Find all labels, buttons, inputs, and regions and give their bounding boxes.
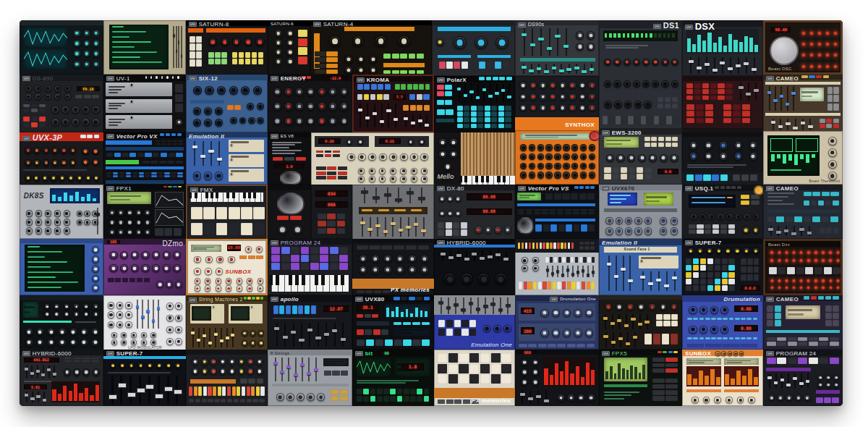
program-24-b-strip bbox=[816, 390, 840, 394]
px-memories-1-knobs bbox=[357, 253, 430, 275]
six-12-strip bbox=[190, 100, 224, 103]
sunbox-knobs bbox=[191, 266, 223, 275]
cameo-dx-label: UVICAMEO bbox=[766, 76, 799, 82]
uvx-3p-label: UVIUVX-3P bbox=[22, 134, 62, 142]
uvx670-strip bbox=[604, 208, 677, 212]
panel-vector-pro-vx: UVIVector Pro VX bbox=[103, 132, 186, 187]
lfo-modulator-label: LFO-MODULATOR bbox=[128, 346, 162, 350]
six-12-knobs bbox=[229, 111, 265, 127]
super-7-pads-pads bbox=[741, 258, 760, 282]
red-histogram-sliders bbox=[519, 390, 550, 404]
hybrid-6000-b-bars bbox=[51, 381, 100, 403]
saturn-8-pads bbox=[208, 52, 228, 65]
sunbox-2-knobs bbox=[715, 350, 744, 356]
vintage-dual-osc-pads bbox=[316, 166, 348, 181]
uvi-logo-icon: UVI bbox=[653, 24, 661, 29]
ds1-lines bbox=[605, 44, 655, 48]
emulation-ii-a-sliders bbox=[191, 141, 224, 166]
uvx80-pads bbox=[393, 297, 431, 301]
panel-px-memories-1: PX memories bbox=[352, 239, 434, 295]
program-24-a-keys bbox=[271, 275, 349, 292]
fpx1-curve bbox=[155, 192, 184, 208]
saturn-8-pads bbox=[190, 35, 203, 67]
8-strings-sliders bbox=[272, 358, 320, 381]
ds1-knobs bbox=[603, 53, 679, 70]
hybrid-6000-b-sliders bbox=[24, 392, 47, 403]
ds-890-knobs bbox=[50, 102, 101, 127]
usq-1-pads bbox=[741, 195, 760, 206]
px-memories-2-pads bbox=[437, 353, 511, 385]
uv-1-rack bbox=[106, 99, 171, 113]
vector-pro-vs-pads bbox=[545, 193, 596, 200]
panel-uvx80: 38.1UVIUVX80 bbox=[352, 295, 434, 350]
kroma-pads bbox=[403, 105, 430, 111]
cameo-3-pads bbox=[825, 305, 840, 327]
red-matrix-pads bbox=[686, 83, 733, 101]
string-machines-2-sliders bbox=[190, 328, 236, 348]
program-24-b-knobs bbox=[816, 373, 840, 388]
vector-pro-vx-pads bbox=[156, 140, 184, 146]
saturn-6-label: SATURN-6 bbox=[271, 22, 294, 26]
drumulation-one-label: UVIDrumulation One bbox=[550, 297, 596, 302]
panel-apollo: 12.87UVIapollo bbox=[268, 295, 352, 350]
beast-dzx-dots bbox=[768, 249, 838, 263]
panel-uvx-3p: UVIUVX-3P bbox=[20, 132, 103, 185]
px-memories-2-label: PX memories bbox=[472, 398, 511, 404]
usq-1-pads bbox=[689, 224, 736, 234]
cameo-2-pads bbox=[803, 200, 840, 206]
vector-pro-vs-knob bbox=[517, 217, 531, 232]
program-24-a-label: UVIPROGRAM 24 bbox=[271, 240, 320, 246]
beast-osc-knob bbox=[770, 36, 795, 62]
fpx5-label: UVIFPX5 bbox=[602, 351, 627, 357]
page: { "page":{"bg":"#ffffff","title":"UVI vi… bbox=[0, 0, 868, 427]
drumulation-pads bbox=[687, 317, 759, 321]
dx-80-seg: 88.88 bbox=[467, 208, 512, 215]
uvx80-strip bbox=[357, 321, 389, 326]
ds-890-knobs bbox=[23, 84, 72, 100]
red-histogram-knobs bbox=[519, 357, 540, 386]
lfo-modulator-knobs bbox=[106, 300, 132, 329]
uvi-logo-icon: UVI bbox=[602, 130, 610, 135]
red-matrix-strip bbox=[682, 76, 763, 81]
oscillator-bank-lines bbox=[687, 164, 757, 168]
panel-cameo-dx: UVICAMEO bbox=[763, 75, 843, 132]
panel-crt-terminal bbox=[103, 20, 186, 75]
vector-pro-vx-strip bbox=[106, 160, 139, 164]
sunbox-seg: 19.99 bbox=[227, 245, 242, 251]
fpx5-screen bbox=[604, 358, 647, 381]
ews-3200-pads bbox=[604, 166, 652, 179]
drum-808-strip bbox=[186, 350, 268, 355]
uvx80-label: UVIUVX80 bbox=[355, 297, 385, 303]
bronze-sliders-pads bbox=[644, 334, 678, 346]
panel-big-knob-module bbox=[268, 185, 311, 239]
uvx-3p-knobs bbox=[80, 145, 101, 166]
emulation-ii-a-label: Emulation II bbox=[189, 134, 224, 140]
bit-label: UVIbit bbox=[355, 351, 373, 357]
uvi-logo-icon: UVI bbox=[355, 297, 363, 302]
drum-909-sliders bbox=[545, 266, 596, 277]
polarx-pads bbox=[436, 85, 452, 97]
fmx-pads bbox=[190, 222, 263, 235]
cameo-2-pads bbox=[767, 216, 839, 223]
panel-beast-osc: 58.48Beast OSC bbox=[763, 20, 843, 75]
uvx80-screen bbox=[385, 304, 430, 318]
red-histogram-seg: 888 bbox=[519, 350, 537, 354]
px-memories-1-strip bbox=[352, 239, 434, 243]
industrial-sliders-sliders bbox=[359, 187, 427, 203]
bit-screen bbox=[357, 358, 391, 376]
ds1-knobs bbox=[603, 75, 679, 92]
uvx80-pads bbox=[357, 329, 389, 336]
bronze-sliders-knobs bbox=[603, 301, 679, 311]
ds-890-pads bbox=[23, 117, 46, 128]
saturn-8-pads bbox=[231, 52, 264, 65]
cameo-2-label: UVICAMEO bbox=[766, 186, 799, 192]
uv-1-knobs bbox=[174, 115, 184, 128]
ews-3200-label: UVIEWS-3200 bbox=[602, 130, 642, 136]
panel-string-machines-2: UVIString Machines 2 bbox=[186, 295, 268, 351]
kroma-pads bbox=[357, 84, 390, 90]
drumulation-one-knobs bbox=[538, 326, 594, 339]
uvi-logo-icon: UVI bbox=[189, 76, 197, 81]
sunbox-2-strip bbox=[724, 389, 759, 393]
program-24-b-label: UVIPROGRAM 24 bbox=[766, 351, 816, 357]
uvx-3p-knobs bbox=[23, 144, 77, 156]
